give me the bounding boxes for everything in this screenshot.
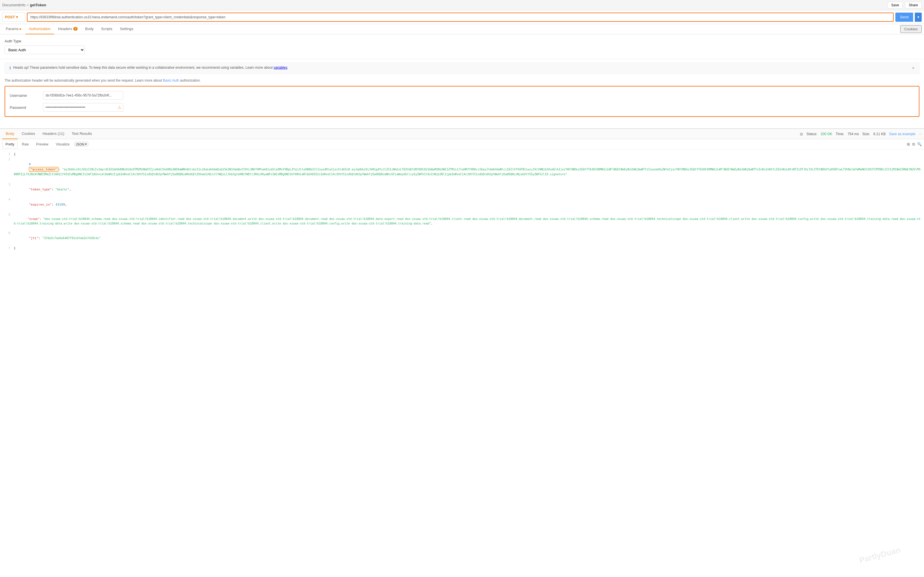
tab-authorization-label: Authorization bbox=[29, 27, 51, 31]
credentials-box: Username Password ⚠ bbox=[5, 86, 919, 117]
response-body-label: Body bbox=[6, 131, 14, 136]
tab-headers[interactable]: Headers 9 bbox=[55, 24, 81, 34]
json-line-1: 1 { bbox=[0, 152, 924, 157]
json-line-4: 4 "expires_in": 43199, bbox=[0, 197, 924, 212]
json-chevron-icon: ▾ bbox=[85, 142, 87, 146]
format-raw-label: Raw bbox=[22, 142, 29, 146]
request-tabs: Params ● Authorization Headers 9 Body Sc… bbox=[0, 24, 924, 34]
headers-badge: 9 bbox=[73, 27, 78, 31]
size-value: 6.11 KB bbox=[873, 132, 885, 136]
tab-scripts-label: Scripts bbox=[101, 27, 113, 31]
format-tabs: Pretty Raw Preview Visualize JSON ▾ ⊞ ⧉ … bbox=[0, 139, 924, 150]
auth-description: The authorization header will be automat… bbox=[0, 77, 924, 86]
json-line-5: 5 "scope": "dox-xsuaa-std-trial!b10844.s… bbox=[0, 212, 924, 230]
expand-icon[interactable]: ▼ bbox=[29, 162, 31, 166]
tab-test-results[interactable]: Test Results bbox=[68, 129, 95, 139]
share-button[interactable]: Share bbox=[905, 2, 922, 9]
status-label: Status: bbox=[806, 132, 817, 136]
info-icon: ℹ bbox=[10, 66, 11, 70]
tab-scripts[interactable]: Scripts bbox=[98, 24, 116, 34]
json-line-2: 2 ▼ "access_token": "eyJhbGciOiJSUzI1NiI… bbox=[0, 157, 924, 182]
test-results-label: Test Results bbox=[72, 131, 92, 136]
size-label: Size: bbox=[863, 132, 870, 136]
more-options-icon[interactable]: ··· bbox=[919, 132, 922, 136]
format-visualize[interactable]: Visualize bbox=[53, 140, 73, 148]
username-input[interactable] bbox=[43, 91, 123, 100]
username-row: Username bbox=[10, 91, 914, 100]
info-banner: ℹ Heads up! These parameters hold sensit… bbox=[5, 63, 919, 74]
copy-icon[interactable]: ⧉ bbox=[912, 142, 915, 147]
tab-response-cookies[interactable]: Cookies bbox=[18, 129, 39, 139]
status-value: 200 OK bbox=[821, 132, 832, 136]
username-input-wrap bbox=[43, 91, 123, 100]
cookies-button[interactable]: Cookies bbox=[900, 25, 922, 33]
method-label: POST bbox=[5, 15, 15, 19]
top-bar: DocumentInfo > getToken Save Share bbox=[0, 0, 924, 10]
basic-auth-link[interactable]: Basic Auth bbox=[163, 79, 179, 82]
time-value: 754 ms bbox=[848, 132, 859, 136]
tab-response-body[interactable]: Body bbox=[2, 129, 18, 139]
format-raw[interactable]: Raw bbox=[19, 140, 32, 148]
method-chevron-icon: ▾ bbox=[16, 15, 18, 19]
info-text: Heads up! These parameters hold sensitiv… bbox=[13, 66, 288, 69]
password-input[interactable] bbox=[43, 103, 123, 112]
tab-authorization[interactable]: Authorization bbox=[26, 24, 54, 34]
page-title: getToken bbox=[30, 3, 47, 7]
tab-params-label: Params bbox=[6, 27, 19, 31]
format-preview[interactable]: Preview bbox=[33, 140, 52, 148]
send-button[interactable]: Send bbox=[895, 13, 913, 22]
variables-link[interactable]: variables bbox=[274, 66, 287, 69]
response-cookies-label: Cookies bbox=[22, 131, 35, 136]
bottom-panel: Body Cookies Headers (11) Test Results ⊙… bbox=[0, 128, 924, 577]
table-icon[interactable]: ⊞ bbox=[907, 142, 910, 147]
tab-headers-label: Headers bbox=[58, 27, 72, 31]
tab-body[interactable]: Body bbox=[82, 24, 97, 34]
save-button[interactable]: Save bbox=[888, 2, 903, 9]
auth-panel: Auth Type Basic Auth bbox=[0, 34, 924, 59]
format-preview-label: Preview bbox=[36, 142, 48, 146]
response-tabs: Body Cookies Headers (11) Test Results ⊙… bbox=[0, 129, 924, 139]
response-body[interactable]: 1 { 2 ▼ "access_token": "eyJhbGciOiJSUzI… bbox=[0, 150, 924, 577]
params-dot: ● bbox=[19, 27, 21, 31]
tab-response-headers[interactable]: Headers (11) bbox=[39, 129, 68, 139]
password-label: Password bbox=[10, 105, 39, 110]
auth-type-label: Auth Type bbox=[5, 39, 919, 43]
response-headers-label: Headers (11) bbox=[43, 131, 64, 136]
status-icon: ⊙ bbox=[800, 132, 803, 136]
format-pretty-label: Pretty bbox=[5, 142, 14, 146]
breadcrumb: DocumentInfo > getToken bbox=[2, 3, 46, 7]
username-label: Username bbox=[10, 93, 39, 98]
auth-type-select[interactable]: Basic Auth bbox=[5, 45, 85, 54]
password-warning-icon: ⚠ bbox=[118, 105, 121, 110]
json-line-7: 7 } bbox=[0, 246, 924, 251]
format-actions: ⊞ ⧉ 🔍 bbox=[907, 142, 922, 147]
json-line-6: 6 "jti": "37da3c7ae6e6487f91cbfab2e7428c… bbox=[0, 230, 924, 246]
json-line-3: 3 "token_type": "bearer", bbox=[0, 182, 924, 197]
time-label: Time: bbox=[836, 132, 844, 136]
format-visualize-label: Visualize bbox=[56, 142, 69, 146]
top-bar-actions: Save Share bbox=[888, 2, 922, 9]
tab-settings[interactable]: Settings bbox=[116, 24, 137, 34]
url-input[interactable] bbox=[27, 13, 893, 22]
tab-settings-label: Settings bbox=[120, 27, 134, 31]
search-icon[interactable]: 🔍 bbox=[917, 142, 922, 147]
format-pretty[interactable]: Pretty bbox=[2, 140, 18, 148]
json-format-select[interactable]: JSON ▾ bbox=[74, 142, 89, 147]
response-status-bar: ⊙ Status: 200 OK Time: 754 ms Size: 6.11… bbox=[800, 132, 922, 136]
app-name: DocumentInfo bbox=[2, 3, 26, 7]
send-arrow-button[interactable]: ▾ bbox=[915, 13, 922, 22]
method-select[interactable]: POST ▾ bbox=[2, 13, 25, 22]
tab-params[interactable]: Params ● bbox=[2, 24, 25, 34]
tab-body-label: Body bbox=[85, 27, 93, 31]
password-input-wrap: ⚠ bbox=[43, 103, 123, 112]
password-row: Password ⚠ bbox=[10, 103, 914, 112]
access-token-key: "access_token" bbox=[29, 167, 58, 172]
save-example-button[interactable]: Save as example bbox=[889, 132, 915, 136]
url-bar: POST ▾ Send ▾ bbox=[0, 10, 924, 24]
json-format-label: JSON bbox=[76, 143, 84, 146]
info-close-button[interactable]: × bbox=[912, 66, 914, 71]
